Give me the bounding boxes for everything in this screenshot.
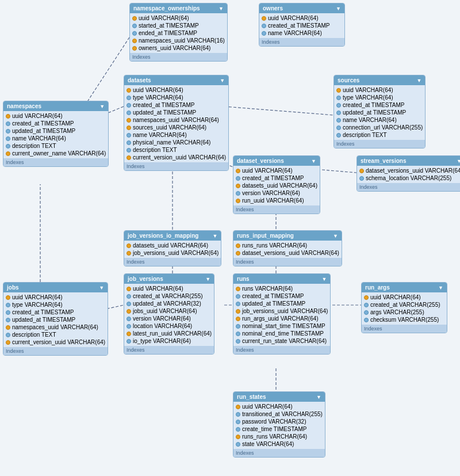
field-text: dataset_versions_uuid VARCHAR(64): [242, 250, 339, 256]
field-text: created_at VARCHAR(255): [370, 302, 440, 308]
table-header-jobs: jobs▼: [3, 283, 108, 292]
table-body-runs: runs VARCHAR(64)created_at TIMESTAMPupda…: [233, 284, 330, 346]
table-body-runs_input_mapping: runs_runs VARCHAR(64)dataset_versions_uu…: [233, 241, 342, 258]
table-row: sources_uuid VARCHAR(64): [124, 124, 228, 131]
field-icon-fk: [236, 317, 240, 321]
field-text: name VARCHAR(64): [133, 132, 187, 138]
field-text: created_at TIMESTAMP: [133, 102, 194, 108]
field-icon-fk: [236, 435, 240, 439]
field-icon-key: [126, 287, 131, 291]
field-icon-fk: [6, 325, 10, 330]
field-text: current_version_uuid VARCHAR(64): [12, 339, 105, 345]
field-icon-regular: [364, 318, 369, 322]
field-icon-regular: [236, 339, 240, 344]
filter-icon-sources[interactable]: ▼: [416, 78, 421, 83]
field-icon-fk: [236, 309, 240, 314]
field-icon-regular: [6, 310, 10, 315]
table-name-run_args: run_args: [365, 284, 390, 291]
table-row: uuid VARCHAR(64): [259, 14, 344, 22]
table-row: updated_at VARCHAR(32): [124, 300, 214, 307]
table-row: uuid VARCHAR(64): [124, 285, 214, 292]
field-text: jobs_uuid VARCHAR(64): [133, 308, 197, 314]
table-name-namespace_ownerships: namespace_ownerships: [133, 5, 200, 12]
table-row: owners_uuid VARCHAR(64): [130, 44, 227, 52]
table-name-namespaces: namespaces: [7, 103, 41, 109]
table-row: io_type VARCHAR(64): [124, 337, 214, 345]
table-row: transitioned_at VARCHAR(255): [233, 410, 325, 418]
filter-icon-namespace_ownerships[interactable]: ▼: [218, 6, 224, 12]
table-body-sources: uuid VARCHAR(64)type VARCHAR(64)created_…: [334, 85, 425, 140]
filter-icon-dataset_versions[interactable]: ▼: [311, 158, 316, 164]
table-footer-namespaces: Indexes: [3, 158, 108, 166]
table-row: name VARCHAR(64): [3, 135, 108, 142]
field-icon-fk: [126, 332, 131, 336]
table-row: description TEXT: [334, 131, 425, 139]
filter-icon-run_args[interactable]: ▼: [438, 285, 443, 291]
field-text: uuid VARCHAR(64): [268, 15, 319, 21]
table-row: job_versions_uuid VARCHAR(64): [124, 249, 221, 257]
filter-icon-runs[interactable]: ▼: [321, 276, 327, 282]
table-row: latest_run_uuid VARCHAR(64): [124, 330, 214, 337]
table-footer-stream_versions: Indexes: [357, 183, 460, 191]
field-icon-regular: [126, 294, 131, 299]
table-body-owners: uuid VARCHAR(64)created_at TIMESTAMPname…: [259, 13, 344, 38]
table-footer-job_versions: Indexes: [124, 346, 214, 354]
field-text: namespaces_uuid VARCHAR(16): [139, 37, 225, 44]
field-text: current_version_uuid VARCHAR(64): [133, 154, 226, 161]
field-icon-regular: [126, 103, 131, 108]
table-row: created_at TIMESTAMP: [233, 174, 320, 182]
filter-icon-namespaces[interactable]: ▼: [99, 104, 105, 109]
table-body-run_args: uuid VARCHAR(64)created_at VARCHAR(255)a…: [362, 292, 447, 325]
field-text: description TEXT: [12, 332, 56, 338]
table-body-namespace_ownerships: uuid VARCHAR(64)started_at TIMESTAMPende…: [130, 13, 227, 53]
field-text: namespaces_uuid VARCHAR(64): [12, 324, 98, 330]
field-text: datasets_uuid VARCHAR(64): [133, 242, 208, 249]
table-row: updated_at TIMESTAMP: [3, 316, 108, 323]
field-text: nominal_start_time TIMESTAMP: [242, 323, 325, 329]
table-row: uuid VARCHAR(64): [130, 14, 227, 22]
field-text: created_at TIMESTAMP: [12, 309, 74, 315]
table-row: version VARCHAR(64): [124, 315, 214, 322]
table-row: current_owner_name VARCHAR(64): [3, 150, 108, 157]
table-row: location VARCHAR(64): [124, 322, 214, 330]
filter-icon-jobs[interactable]: ▼: [99, 285, 104, 291]
table-row: version VARCHAR(64): [233, 189, 320, 197]
field-icon-fk: [236, 184, 240, 188]
filter-icon-datasets[interactable]: ▼: [220, 78, 225, 83]
table-footer-run_args: Indexes: [362, 325, 447, 333]
field-text: version VARCHAR(64): [133, 315, 191, 322]
field-icon-regular: [6, 144, 10, 148]
table-row: updated_at TIMESTAMP: [124, 109, 228, 116]
table-name-run_states: run_states: [237, 394, 266, 400]
table-name-runs: runs: [237, 276, 250, 282]
field-icon-fk: [236, 199, 240, 203]
filter-icon-job_versions[interactable]: ▼: [205, 276, 210, 282]
table-row: created_at TIMESTAMP: [3, 309, 108, 316]
table-row: runs VARCHAR(64): [233, 285, 330, 292]
table-row: nominal_start_time TIMESTAMP: [233, 322, 330, 330]
svg-line-3: [224, 106, 334, 115]
field-text: updated_at TIMESTAMP: [242, 300, 305, 307]
table-row: state VARCHAR(64): [233, 440, 325, 448]
filter-icon-job_versions_io_mapping[interactable]: ▼: [212, 233, 217, 239]
field-text: nominal_end_time TIMESTAMP: [242, 330, 324, 337]
table-row: name VARCHAR(64): [259, 29, 344, 37]
table-row: ended_at TIMESTAMP: [130, 29, 227, 37]
field-text: updated_at TIMESTAMP: [343, 109, 406, 116]
table-row: uuid VARCHAR(64): [233, 167, 320, 174]
field-icon-regular: [236, 412, 240, 417]
filter-icon-stream_versions[interactable]: ▼: [457, 158, 460, 164]
field-text: runs VARCHAR(64): [242, 285, 293, 292]
table-body-job_versions_io_mapping: datasets_uuid VARCHAR(64)job_versions_uu…: [124, 241, 221, 258]
table-row: namespaces_uuid VARCHAR(64): [3, 323, 108, 331]
filter-icon-runs_input_mapping[interactable]: ▼: [333, 233, 338, 239]
table-row: schema_location VARCHAR(255): [357, 174, 460, 182]
filter-icon-owners[interactable]: ▼: [336, 6, 341, 12]
field-text: type VARCHAR(64): [343, 94, 393, 101]
field-icon-regular: [126, 339, 131, 344]
table-dataset_versions: dataset_versions▼uuid VARCHAR(64)created…: [233, 155, 320, 214]
field-icon-regular: [359, 176, 364, 181]
field-icon-regular: [126, 111, 131, 115]
filter-icon-run_states[interactable]: ▼: [316, 394, 321, 400]
table-name-job_versions_io_mapping: job_versions_io_mapping: [128, 233, 198, 239]
